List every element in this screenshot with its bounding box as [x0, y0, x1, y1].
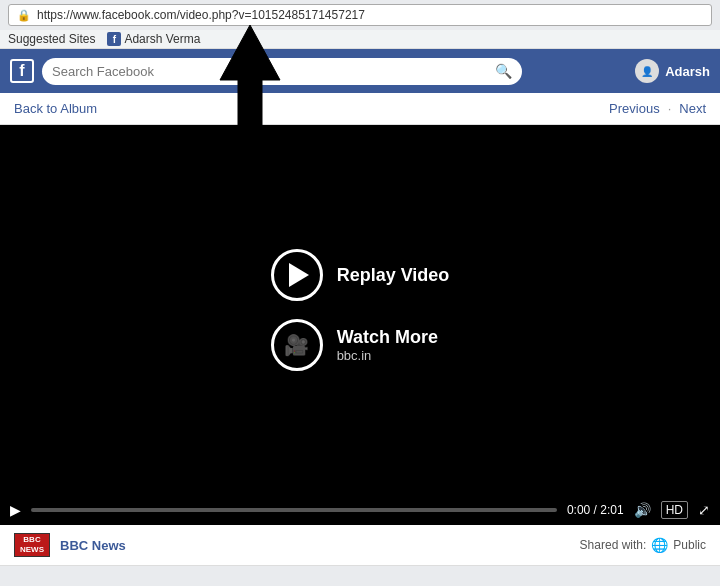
- facebook-navbar: f 🔍 👤 Adarsh: [0, 49, 720, 93]
- bookmark-adarsh[interactable]: f Adarsh Verma: [107, 32, 200, 46]
- user-name: Adarsh: [665, 64, 710, 79]
- nav-right: 👤 Adarsh: [635, 59, 710, 83]
- search-wrap: 🔍: [42, 58, 522, 85]
- video-player[interactable]: Replay Video 🎥 Watch More bbc.in: [0, 125, 720, 495]
- previous-link[interactable]: Previous: [609, 101, 660, 116]
- https-icon: 🔒: [17, 9, 31, 22]
- video-overlay: Replay Video 🎥 Watch More bbc.in: [271, 249, 450, 371]
- browser-chrome: 🔒 https://www.facebook.com/video.php?v=1…: [0, 4, 720, 49]
- bookmark-suggested[interactable]: Suggested Sites: [8, 32, 95, 46]
- shared-label: Shared with:: [580, 538, 647, 552]
- video-controls-bar: ▶ 0:00 / 2:01 🔊 HD ⤢: [0, 495, 720, 525]
- camera-icon: 🎥: [284, 333, 309, 357]
- address-bar[interactable]: 🔒 https://www.facebook.com/video.php?v=1…: [8, 4, 712, 26]
- replay-video-button[interactable]: Replay Video: [271, 249, 450, 301]
- fb-logo[interactable]: f: [10, 59, 34, 83]
- page-content: Back to Album Previous · Next Replay Vid…: [0, 93, 720, 566]
- watch-more-circle-btn: 🎥: [271, 319, 323, 371]
- globe-icon: 🌐: [651, 537, 668, 553]
- bookmarks-bar: Suggested Sites f Adarsh Verma: [0, 30, 720, 49]
- avatar[interactable]: 👤: [635, 59, 659, 83]
- play-icon: [289, 263, 309, 287]
- fullscreen-button[interactable]: ⤢: [698, 502, 710, 518]
- shared-with: Shared with: 🌐 Public: [580, 537, 706, 553]
- source-name[interactable]: BBC News: [60, 538, 126, 553]
- replay-circle-btn: [271, 249, 323, 301]
- play-pause-button[interactable]: ▶: [10, 502, 21, 518]
- next-link[interactable]: Next: [679, 101, 706, 116]
- time-display: 0:00 / 2:01: [567, 503, 624, 517]
- url-text: https://www.facebook.com/video.php?v=101…: [37, 8, 365, 22]
- back-to-album-link[interactable]: Back to Album: [14, 101, 97, 116]
- nav-divider: ·: [668, 101, 672, 116]
- search-input[interactable]: [42, 58, 522, 85]
- video-info-bar: BBCNEWS BBC News Shared with: 🌐 Public: [0, 525, 720, 566]
- quality-button[interactable]: HD: [661, 501, 688, 519]
- bbc-logo: BBCNEWS: [14, 533, 50, 557]
- search-icon: 🔍: [495, 63, 512, 79]
- album-nav: Back to Album Previous · Next: [0, 93, 720, 125]
- public-label: Public: [673, 538, 706, 552]
- volume-icon[interactable]: 🔊: [634, 502, 651, 518]
- fb-favicon-bookmark: f: [107, 32, 121, 46]
- watch-more-text: Watch More bbc.in: [337, 327, 438, 363]
- replay-label: Replay Video: [337, 265, 450, 286]
- progress-bar[interactable]: [31, 508, 557, 512]
- watch-more-button[interactable]: 🎥 Watch More bbc.in: [271, 319, 438, 371]
